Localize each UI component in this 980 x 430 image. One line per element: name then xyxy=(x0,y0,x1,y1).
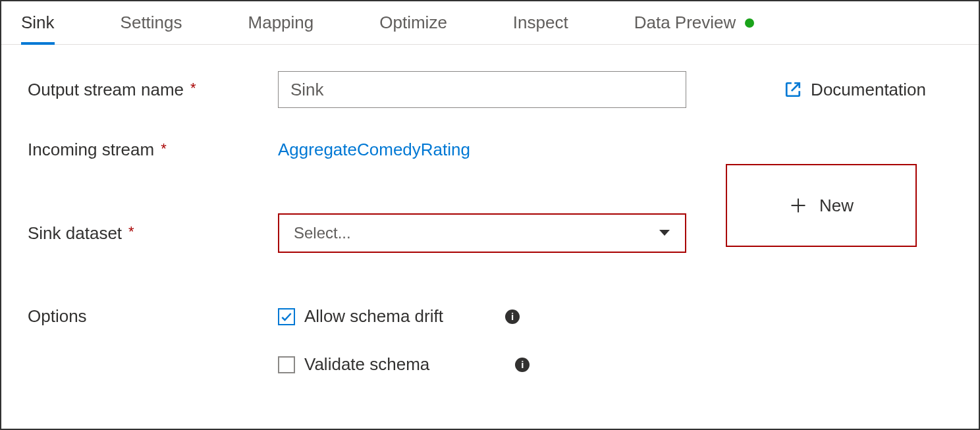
option-allow-schema-drift: Allow schema drift i xyxy=(278,306,530,327)
options-group: Allow schema drift i Validate schema i xyxy=(278,306,530,375)
required-mark: * xyxy=(128,223,134,240)
select-placeholder: Select... xyxy=(294,224,351,242)
tab-inspect[interactable]: Inspect xyxy=(513,1,568,44)
tab-settings[interactable]: Settings xyxy=(121,1,182,44)
tab-mapping[interactable]: Mapping xyxy=(248,1,314,44)
row-incoming-stream: Incoming stream * AggregateComedyRating xyxy=(28,140,952,160)
new-button[interactable]: New xyxy=(726,164,917,247)
incoming-stream-value[interactable]: AggregateComedyRating xyxy=(278,140,470,160)
row-options: Options Allow schema drift i Validate sc… xyxy=(28,306,952,375)
plus-icon xyxy=(789,196,807,215)
tab-sink[interactable]: Sink xyxy=(21,1,55,44)
sink-dataset-select[interactable]: Select... xyxy=(278,213,686,253)
label-options: Options xyxy=(28,306,278,327)
allow-schema-drift-label: Allow schema drift xyxy=(304,306,443,327)
chevron-down-icon xyxy=(659,229,670,237)
form-area: Output stream name * Documentation Incom… xyxy=(1,45,979,401)
allow-schema-drift-checkbox[interactable] xyxy=(278,308,295,325)
label-output-stream-name: Output stream name * xyxy=(28,80,278,100)
info-icon[interactable]: i xyxy=(515,358,530,372)
row-output-stream-name: Output stream name * Documentation xyxy=(28,71,952,108)
label-sink-dataset: Sink dataset * xyxy=(28,223,278,244)
option-validate-schema: Validate schema i xyxy=(278,354,530,375)
output-stream-name-input[interactable] xyxy=(278,71,686,108)
required-mark: * xyxy=(161,140,167,157)
tabs-bar: Sink Settings Mapping Optimize Inspect D… xyxy=(1,1,979,45)
tab-data-preview[interactable]: Data Preview xyxy=(634,1,755,44)
label-incoming-stream: Incoming stream * xyxy=(28,140,278,160)
status-dot-icon xyxy=(745,18,754,28)
tab-optimize[interactable]: Optimize xyxy=(379,1,447,44)
validate-schema-label: Validate schema xyxy=(304,354,429,375)
documentation-link[interactable]: Documentation xyxy=(784,80,926,100)
open-external-icon xyxy=(784,81,802,98)
required-mark: * xyxy=(190,80,196,97)
info-icon[interactable]: i xyxy=(505,309,520,324)
validate-schema-checkbox[interactable] xyxy=(278,356,295,373)
row-sink-dataset: Sink dataset * Select... New xyxy=(28,192,952,275)
